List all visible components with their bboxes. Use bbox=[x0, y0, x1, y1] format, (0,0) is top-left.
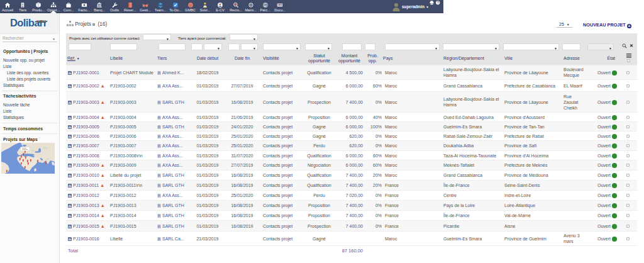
svg-text:GED: GED bbox=[277, 4, 282, 6]
svg-text:FB: FB bbox=[263, 4, 267, 7]
svg-text:?: ? bbox=[437, 1, 439, 4]
